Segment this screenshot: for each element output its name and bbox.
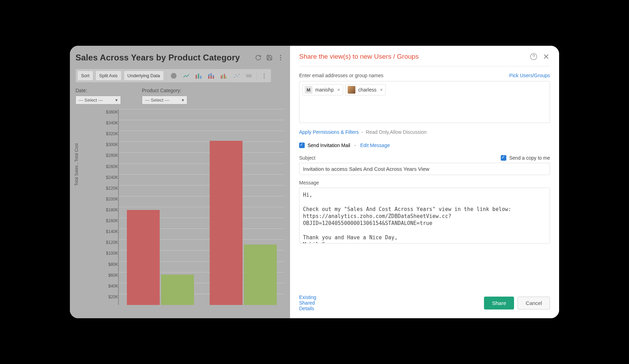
message-label: Message	[299, 180, 550, 185]
y-tick: $340K	[106, 121, 118, 125]
sort-button[interactable]: Sort	[77, 71, 93, 81]
edit-message-link[interactable]: Edit Message	[360, 143, 390, 148]
y-axis-label: Total Sales , Total Cost	[74, 143, 79, 186]
recipient-chip: Mmanishp×	[302, 84, 343, 95]
more-icon[interactable]	[277, 54, 284, 61]
svg-rect-10	[210, 73, 212, 75]
svg-point-1	[280, 57, 281, 58]
svg-rect-14	[222, 74, 223, 79]
category-filter-label: Product Category:	[142, 88, 181, 93]
y-tick: $180K	[106, 208, 118, 212]
svg-point-2	[280, 59, 281, 60]
recipient-chip: charless×	[345, 84, 386, 95]
svg-point-18	[236, 74, 237, 75]
recipients-input[interactable]: Mmanishp×charless×	[299, 81, 550, 123]
recipient-name: manishp	[315, 87, 334, 93]
pick-users-link[interactable]: Pick Users/Groups	[509, 73, 550, 78]
y-tick: $320K	[106, 131, 118, 136]
svg-rect-5	[198, 73, 199, 79]
svg-point-3	[171, 73, 177, 79]
subject-label: Subject	[299, 155, 316, 161]
chevron-down-icon: ▾	[182, 97, 184, 103]
grouped-bar-icon[interactable]	[219, 71, 229, 80]
y-tick: $160K	[106, 218, 118, 223]
y-tick: $140K	[106, 229, 118, 234]
y-tick: $40K	[108, 284, 118, 289]
bar[interactable]	[244, 245, 277, 305]
category-filter-select[interactable]: --- Select --- ▾	[142, 96, 187, 104]
svg-rect-15	[224, 74, 225, 79]
y-tick: $240K	[106, 175, 118, 180]
svg-point-17	[234, 77, 235, 78]
refresh-icon[interactable]	[254, 54, 262, 61]
help-icon[interactable]	[530, 53, 537, 60]
share-button[interactable]: Share	[484, 297, 514, 310]
bar-chart-icon[interactable]	[194, 71, 204, 80]
y-tick: $300K	[106, 142, 118, 147]
svg-point-22	[263, 75, 265, 76]
y-tick: $280K	[106, 153, 118, 158]
y-tick: $260K	[106, 164, 118, 169]
date-filter-label: Date:	[75, 88, 87, 93]
svg-rect-13	[221, 75, 222, 79]
permissions-summary: Read Only,Allow Discussion	[366, 129, 427, 135]
message-textarea[interactable]	[299, 188, 550, 243]
y-tick: $200K	[106, 197, 118, 202]
avatar: M	[305, 86, 312, 94]
line-chart-icon[interactable]	[181, 71, 191, 80]
subject-input[interactable]	[299, 163, 550, 175]
date-filter-select[interactable]: --- Select --- ▾	[75, 96, 121, 104]
chart-toolbar: Sort Split Axis Underlying Data	[75, 69, 271, 82]
svg-rect-6	[200, 76, 201, 79]
apply-permissions-link[interactable]: Apply Permissions & Filters	[299, 129, 359, 135]
svg-point-23	[263, 77, 265, 78]
y-tick: $80K	[108, 262, 118, 267]
send-invitation-label: Send Invitation Mail	[308, 143, 350, 148]
svg-point-0	[280, 55, 281, 56]
email-input-label: Enter email addresses or group names	[299, 73, 383, 78]
send-invitation-checkbox[interactable]	[299, 143, 305, 148]
y-tick: $60K	[108, 273, 118, 278]
underlying-data-button[interactable]: Underlying Data	[124, 71, 164, 81]
svg-point-20	[239, 73, 240, 74]
cancel-button[interactable]: Cancel	[518, 297, 550, 310]
share-pane: Share the view(s) to new Users / Groups …	[290, 46, 559, 318]
y-tick: $220K	[106, 186, 118, 191]
chart-pane: Sales Across Years by Product Category S…	[70, 46, 290, 318]
svg-rect-8	[208, 74, 210, 76]
map-chart-icon[interactable]	[244, 71, 254, 80]
close-icon[interactable]	[542, 53, 550, 60]
remove-chip-icon[interactable]: ×	[379, 87, 383, 93]
send-copy-label: Send a copy to me	[509, 155, 550, 161]
avatar	[348, 86, 355, 94]
chart-title: Sales Across Years by Product Category	[75, 53, 251, 63]
send-copy-checkbox[interactable]	[501, 155, 506, 161]
svg-point-21	[263, 73, 265, 74]
toolbar-more-icon[interactable]	[259, 71, 269, 80]
split-axis-button[interactable]: Split Axis	[95, 71, 122, 81]
scatter-chart-icon[interactable]	[231, 71, 242, 80]
chevron-down-icon: ▾	[115, 97, 118, 103]
bar[interactable]	[161, 275, 194, 305]
recipient-name: charless	[358, 87, 376, 93]
existing-shared-link[interactable]: Existing Shared Details	[299, 294, 316, 311]
bar[interactable]	[210, 141, 243, 305]
y-tick: $120K	[106, 240, 118, 245]
svg-rect-16	[225, 76, 226, 78]
chart-canvas: Total Sales , Total Cost $360K$340K$320K…	[75, 109, 284, 305]
y-tick: $100K	[106, 251, 118, 256]
remove-chip-icon[interactable]: ×	[337, 87, 341, 93]
pie-chart-icon[interactable]	[168, 71, 179, 80]
y-tick: $20K	[108, 294, 118, 299]
save-icon[interactable]	[266, 54, 273, 61]
svg-rect-12	[212, 75, 214, 77]
share-dialog-title: Share the view(s) to new Users / Groups	[299, 53, 525, 60]
bar[interactable]	[127, 210, 160, 305]
svg-rect-4	[196, 75, 197, 79]
stacked-bar-icon[interactable]	[206, 71, 217, 80]
y-tick: $360K	[106, 110, 118, 115]
svg-point-19	[237, 76, 238, 77]
